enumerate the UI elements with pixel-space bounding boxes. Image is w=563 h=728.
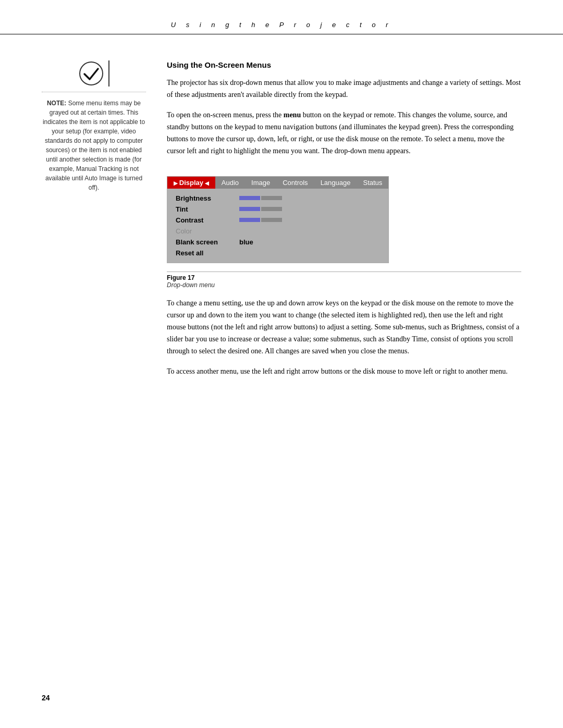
sidebar-icon-area — [42, 60, 146, 87]
menu-tabs: Display Audio Image Controls Language St… — [167, 177, 388, 189]
figure-label: Figure 17 — [167, 274, 521, 281]
blank-screen-label: Blank screen — [176, 238, 233, 246]
brightness-label: Brightness — [176, 194, 233, 202]
paragraph-1: The projector has six drop-down menus th… — [167, 77, 521, 101]
figure-label-text: Figure 17 — [167, 274, 194, 281]
slider-filled — [239, 196, 260, 200]
paragraph-3: To change a menu setting, use the up and… — [167, 297, 521, 357]
contrast-label: Contrast — [176, 216, 233, 224]
tab-audio[interactable]: Audio — [215, 177, 245, 189]
slider-empty — [261, 196, 282, 200]
reset-all-label[interactable]: Reset all — [176, 249, 203, 257]
header-title: U s i n g t h e P r o j e c t o r — [171, 21, 393, 29]
paragraph-2: To open the on-screen menus, press the m… — [167, 109, 521, 157]
tab-status[interactable]: Status — [357, 177, 388, 189]
blank-screen-value[interactable]: blue — [239, 238, 253, 246]
menu-row-tint: Tint — [167, 204, 388, 215]
menu-row-reset: Reset all — [167, 248, 388, 258]
tab-display[interactable]: Display — [167, 177, 215, 189]
page-number: 24 — [42, 694, 50, 702]
content: NOTE: Some menu items may be grayed out … — [0, 50, 563, 386]
contrast-slider[interactable] — [239, 218, 282, 222]
menu-row-blank-screen: Blank screen blue — [167, 237, 388, 248]
tab-image[interactable]: Image — [245, 177, 276, 189]
dots-divider — [42, 92, 146, 92]
tab-controls[interactable]: Controls — [276, 177, 314, 189]
main-content: Using the On-Screen Menus The projector … — [167, 50, 521, 386]
note-text: Some menu items may be grayed out at cer… — [43, 100, 145, 191]
tint-label: Tint — [176, 205, 233, 213]
menu-row-contrast: Contrast — [167, 215, 388, 226]
para2-prefix: To open the on-screen menus, press the — [167, 111, 284, 119]
slider-empty — [261, 218, 282, 222]
header: U s i n g t h e P r o j e c t o r — [0, 0, 563, 34]
slider-filled — [239, 218, 260, 222]
sidebar-note: NOTE: Some menu items may be grayed out … — [42, 98, 146, 192]
vertical-line — [108, 60, 109, 87]
color-label: Color — [176, 227, 233, 235]
section-title: Using the On-Screen Menus — [167, 60, 521, 69]
brightness-slider[interactable] — [239, 196, 282, 200]
sidebar: NOTE: Some menu items may be grayed out … — [42, 50, 146, 386]
menu-body: Brightness Tint — [167, 189, 388, 263]
menu-row-brightness: Brightness — [167, 193, 388, 204]
svg-point-0 — [80, 62, 103, 85]
menu-mockup: Display Audio Image Controls Language St… — [167, 176, 389, 263]
figure-caption: Figure 17 Drop-down menu — [167, 272, 521, 289]
tint-slider[interactable] — [239, 207, 282, 211]
slider-filled — [239, 207, 260, 211]
note-bold: NOTE: — [47, 100, 66, 107]
checkmark-icon — [78, 60, 104, 87]
page: U s i n g t h e P r o j e c t o r NOTE: … — [0, 0, 563, 728]
tab-language[interactable]: Language — [314, 177, 357, 189]
figure-desc: Drop-down menu — [167, 281, 521, 289]
slider-empty — [261, 207, 282, 211]
paragraph-4: To access another menu, use the left and… — [167, 365, 521, 377]
menu-row-color: Color — [167, 226, 388, 237]
para2-bold: menu — [284, 111, 301, 119]
